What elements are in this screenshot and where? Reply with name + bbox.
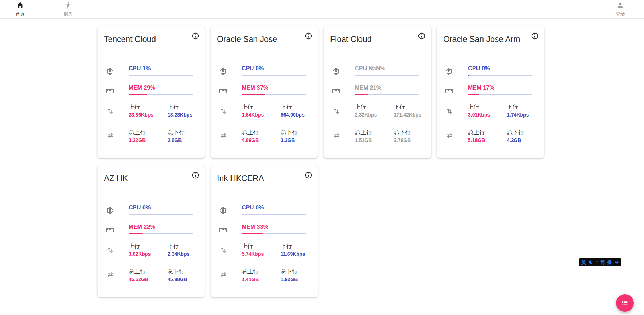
server-name: Oracle San Jose Arm	[443, 35, 520, 44]
gear-icon[interactable]	[614, 260, 619, 265]
server-card: Oracle San Jose Arm CPU 0% MEM 17% 上行 3.…	[437, 26, 544, 158]
total-upload-label: 总上行	[129, 129, 146, 136]
total-download-value: 2.6GB	[168, 137, 182, 143]
top-navbar: 首页 服务 登录	[0, 0, 644, 19]
total-download-label: 总下行	[281, 268, 298, 275]
moon-icon[interactable]	[589, 260, 593, 265]
cpu-usage-label: CPU 1%	[129, 65, 151, 72]
total-download-label: 总下行	[281, 129, 298, 136]
download-label: 下行	[394, 103, 405, 111]
total-upload-value: 3.22GB	[129, 137, 146, 143]
cpu-progress-fill	[129, 214, 129, 215]
upload-rate: 1.54Kbps	[242, 112, 264, 118]
cpu-chip-icon	[445, 67, 453, 76]
download-rate: 18.28Kbps	[168, 112, 192, 118]
upload-label: 上行	[355, 103, 366, 111]
mem-usage-label: MEM 22%	[129, 224, 155, 230]
swap-horizontal-icon	[446, 132, 453, 139]
download-rate: 1.74Kbps	[507, 112, 529, 118]
download-label: 下行	[281, 243, 292, 250]
swap-horizontal-icon	[219, 132, 227, 139]
server-card: Float Cloud CPU NaN% MEM 21% 上行 2.32Kbps…	[323, 26, 431, 158]
swap-horizontal-icon	[106, 132, 114, 139]
up-down-arrows-icon	[219, 107, 227, 115]
cpu-usage-label: CPU 0%	[242, 204, 264, 211]
mem-progress-fill	[242, 94, 265, 95]
memory-ruler-icon	[445, 87, 453, 95]
download-label: 下行	[168, 243, 179, 250]
cpu-usage-label: CPU 0%	[468, 65, 490, 72]
download-rate: 864.00bps	[281, 112, 305, 118]
total-upload-label: 总上行	[242, 268, 259, 275]
total-upload-value: 1.51GB	[355, 137, 372, 143]
accessibility-icon	[64, 1, 72, 11]
memory-ruler-icon	[106, 226, 114, 234]
total-download-value: 4.2GB	[507, 137, 521, 143]
memory-ruler-icon	[219, 87, 227, 95]
ime-punctuation-toggle[interactable]: ’’	[596, 260, 598, 265]
total-download-value: 45.88GB	[168, 277, 187, 282]
up-down-arrows-icon	[333, 107, 340, 115]
upload-rate: 5.74Kbps	[242, 251, 264, 257]
up-down-arrows-icon	[106, 246, 114, 254]
download-rate: 11.69Kbps	[281, 251, 305, 257]
nav-item-login[interactable]: 登录	[610, 1, 630, 17]
mem-progress-bar	[355, 94, 419, 95]
up-down-arrows-icon	[106, 107, 114, 115]
memory-ruler-icon	[106, 87, 114, 95]
home-icon	[16, 1, 24, 11]
info-icon[interactable]	[417, 31, 427, 41]
upload-label: 上行	[242, 243, 253, 250]
total-download-value: 2.79GB	[394, 137, 411, 143]
server-list-fab[interactable]	[616, 294, 634, 312]
cpu-progress-fill	[242, 75, 242, 76]
upload-rate: 3.01Kbps	[468, 112, 490, 118]
info-icon[interactable]	[191, 31, 200, 41]
cpu-progress-fill	[129, 75, 129, 76]
cpu-progress-bar	[468, 75, 532, 76]
total-upload-label: 总上行	[355, 129, 372, 136]
ime-simplified-toggle[interactable]: 简	[600, 260, 605, 265]
info-icon[interactable]	[304, 170, 314, 180]
cpu-progress-bar	[355, 75, 419, 76]
download-label: 下行	[168, 103, 179, 111]
server-name: Float Cloud	[330, 35, 372, 44]
total-upload-value: 1.41GB	[242, 277, 259, 282]
nav-item-home[interactable]: 首页	[10, 1, 30, 17]
upload-label: 上行	[468, 103, 479, 111]
mem-progress-bar	[129, 94, 193, 95]
nav-item-services[interactable]: 服务	[58, 1, 78, 17]
ime-pinyin-toggle[interactable]: 拼	[607, 260, 612, 265]
swap-horizontal-icon	[106, 271, 114, 279]
info-icon[interactable]	[191, 170, 200, 180]
swap-horizontal-icon	[333, 132, 340, 139]
total-upload-value: 45.52GB	[129, 277, 148, 282]
up-down-arrows-icon	[446, 107, 453, 115]
mem-progress-bar	[129, 233, 193, 234]
ime-language-toggle[interactable]: 英	[581, 260, 586, 265]
nav-home-label: 首页	[16, 11, 25, 17]
upload-rate: 23.86Kbps	[129, 112, 153, 118]
server-name: Oracle San Jose	[217, 35, 277, 44]
nav-login-label: 登录	[616, 11, 625, 17]
mem-progress-bar	[468, 94, 532, 95]
upload-rate: 2.32Kbps	[355, 112, 377, 118]
mem-progress-bar	[242, 94, 306, 95]
download-label: 下行	[507, 103, 518, 111]
info-icon[interactable]	[530, 31, 540, 41]
total-download-label: 总下行	[168, 129, 185, 136]
total-download-label: 总下行	[507, 129, 524, 136]
upload-label: 上行	[129, 103, 140, 111]
download-rate: 2.34Kbps	[168, 251, 189, 257]
mem-progress-fill	[242, 233, 263, 234]
cpu-chip-icon	[219, 67, 227, 76]
upload-rate: 3.62Kbps	[129, 251, 151, 257]
info-icon[interactable]	[304, 31, 314, 41]
cpu-usage-label: CPU 0%	[242, 65, 264, 72]
server-card: Ink HKCERA CPU 0% MEM 33% 上行 5.74Kbps 下行…	[210, 165, 318, 297]
cpu-progress-fill	[242, 214, 242, 215]
person-icon	[616, 1, 624, 11]
server-name: Tencent Cloud	[104, 35, 156, 44]
list-icon	[621, 299, 629, 308]
mem-usage-label: MEM 33%	[242, 224, 268, 230]
